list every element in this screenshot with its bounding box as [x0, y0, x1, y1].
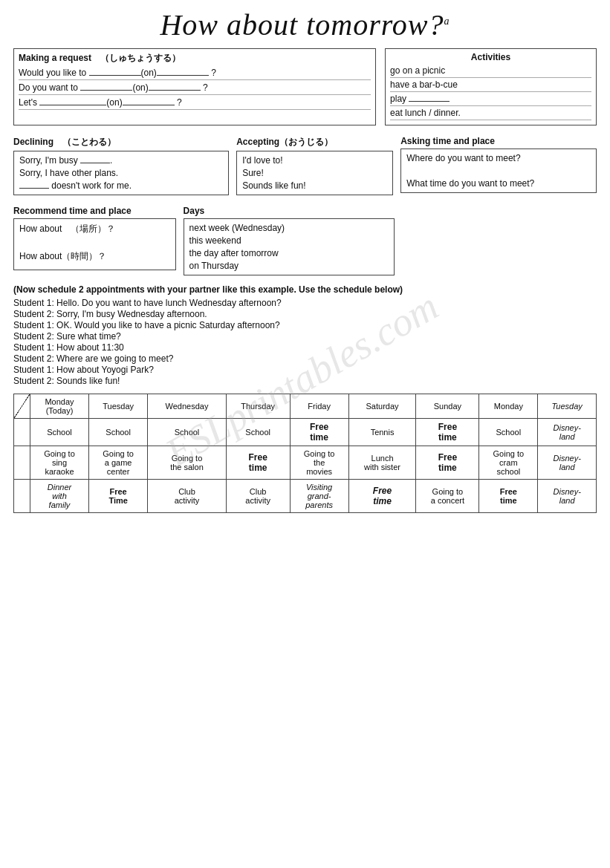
cell-r3-sunday: Going toa concert	[416, 480, 479, 513]
middle-section: Declining （ことわる） Sorry, I'm busy . Sorry…	[13, 136, 597, 195]
asking-group: Asking time and place Where do you want …	[400, 136, 597, 193]
cell-r1-tuesday2: Disney-land	[538, 419, 597, 446]
accepting-line-2: Sure!	[242, 168, 387, 178]
corner-cell	[14, 394, 30, 419]
col-tuesday-2: Tuesday	[538, 394, 597, 419]
recommend-line-3: How about（時間）？	[19, 250, 170, 263]
col-wednesday: Wednesday	[148, 394, 226, 419]
cell-r1-monday2: School	[479, 419, 538, 446]
days-line-3: the day after tomorrow	[189, 248, 389, 258]
asking-line-2	[406, 166, 591, 176]
dialogue-line-8: Student 2: Sounds like fun!	[13, 376, 597, 386]
request-row-2: Do you want to (on) ?	[19, 82, 371, 95]
dialogue-title: (Now schedule 2 appointments with your p…	[13, 284, 597, 295]
table-row: Going tosingkaraoke Going toa gamecenter…	[14, 446, 597, 480]
lower-mid-section: Recommend time and place How about （場所）？…	[13, 206, 597, 275]
recommend-group: Recommend time and place How about （場所）？…	[13, 206, 176, 270]
activities-label: Activities	[390, 52, 591, 62]
cell-r2-sunday: Freetime	[416, 446, 479, 480]
dialogue-line-3: Student 1: OK. Would you like to have a …	[13, 320, 597, 330]
cell-r3-monday: Dinnerwithfamily	[30, 480, 89, 513]
col-tuesday: Tuesday	[88, 394, 147, 419]
cell-r3-saturday: Freetime	[348, 480, 416, 513]
activity-3: play	[390, 94, 591, 106]
declining-line-2: Sorry, I have other plans.	[19, 168, 223, 178]
cell-r3-friday: Visitinggrand-parents	[290, 480, 348, 513]
cell-r1-monday: School	[30, 419, 89, 446]
request-box: Making a request （しゅちょうする） Would you lik…	[13, 48, 376, 125]
dialogue-line-6: Student 2: Where are we going to meet?	[13, 353, 597, 364]
asking-box: Where do you want to meet? What time do …	[400, 149, 597, 193]
accepting-line-1: I'd love to!	[242, 155, 387, 166]
table-row: Dinnerwithfamily FreeTime Clubactivity C…	[14, 480, 597, 513]
cell-r2-friday: Going tothemovies	[290, 446, 348, 480]
accepting-box: I'd love to! Sure! Sounds like fun!	[236, 151, 393, 195]
activity-1: go on a picnic	[390, 65, 591, 78]
row-indicator-2	[14, 446, 30, 480]
col-sunday: Sunday	[416, 394, 479, 419]
cell-r1-thursday: School	[226, 419, 290, 446]
col-monday-2: Monday	[479, 394, 538, 419]
table-header-row: Monday(Today) Tuesday Wednesday Thursday…	[14, 394, 597, 419]
asking-label: Asking time and place	[400, 136, 597, 146]
recommend-label: Recommend time and place	[13, 206, 176, 216]
cell-r3-monday2: Freetime	[479, 480, 538, 513]
days-line-2: this weekend	[189, 235, 389, 246]
cell-r3-thursday: Clubactivity	[226, 480, 290, 513]
cell-r3-tuesday: FreeTime	[88, 480, 147, 513]
days-line-1: next week (Wednesday)	[189, 223, 389, 233]
recommend-line-1: How about （場所）？	[19, 223, 170, 235]
accepting-group: Accepting（おうじる） I'd love to! Sure! Sound…	[236, 136, 393, 195]
cell-r2-tuesday: Going toa gamecenter	[88, 446, 147, 480]
request-label: Making a request （しゅちょうする）	[19, 52, 371, 65]
col-saturday: Saturday	[348, 394, 416, 419]
declining-line-1: Sorry, I'm busy .	[19, 155, 223, 166]
cell-r2-monday2: Going tocramschool	[479, 446, 538, 480]
days-box: next week (Wednesday) this weekend the d…	[184, 218, 395, 275]
top-section: Making a request （しゅちょうする） Would you lik…	[13, 48, 597, 125]
dialogue-line-7: Student 1: How about Yoyogi Park?	[13, 365, 597, 375]
cell-r1-sunday: Freetime	[416, 419, 479, 446]
days-line-4: on Thursday	[189, 261, 389, 271]
cell-r3-tuesday2: Disney-land	[538, 480, 597, 513]
asking-line-1: Where do you want to meet?	[406, 153, 591, 163]
dialogue-line-2: Student 2: Sorry, I'm busy Wednesday aft…	[13, 309, 597, 319]
activities-box: Activities go on a picnic have a bar-b-c…	[385, 48, 597, 125]
request-row-3: Let's (on) ?	[19, 97, 371, 110]
cell-r3-wednesday: Clubactivity	[148, 480, 226, 513]
dialogue-line-5: Student 1: How about 11:30	[13, 342, 597, 353]
row-indicator-3	[14, 480, 30, 513]
declining-line-3: doesn't work for me.	[19, 180, 223, 191]
days-group: Days next week (Wednesday) this weekend …	[184, 206, 395, 275]
table-row: School School School School Freetime Ten…	[14, 419, 597, 446]
cell-r1-saturday: Tennis	[348, 419, 416, 446]
accepting-line-3: Sounds like fun!	[242, 180, 387, 191]
dialogue-section: (Now schedule 2 appointments with your p…	[13, 284, 597, 386]
accepting-label: Accepting（おうじる）	[236, 136, 393, 149]
cell-r2-thursday: Freetime	[226, 446, 290, 480]
request-row-1: Would you like to (on) ?	[19, 68, 371, 80]
declining-box: Sorry, I'm busy . Sorry, I have other pl…	[13, 151, 229, 195]
activity-4: eat lunch / dinner.	[390, 108, 591, 120]
cell-r2-wednesday: Going tothe salon	[148, 446, 226, 480]
declining-label: Declining （ことわる）	[13, 136, 229, 149]
page-title: How about tomorrow?a	[13, 7, 597, 42]
cell-r2-tuesday2: Disney-land	[538, 446, 597, 480]
recommend-box: How about （場所）？ How about（時間）？	[13, 218, 176, 270]
cell-r2-saturday: Lunchwith sister	[348, 446, 416, 480]
asking-line-3: What time do you want to meet?	[406, 178, 591, 189]
recommend-line-2	[19, 238, 170, 248]
row-indicator-1	[14, 419, 30, 446]
dialogue-line-1: Student 1: Hello. Do you want to have lu…	[13, 298, 597, 308]
col-monday-today: Monday(Today)	[30, 394, 89, 419]
cell-r1-tuesday: School	[88, 419, 147, 446]
declining-group: Declining （ことわる） Sorry, I'm busy . Sorry…	[13, 136, 229, 195]
days-label: Days	[184, 206, 395, 216]
cell-r1-wednesday: School	[148, 419, 226, 446]
dialogue-line-4: Student 2: Sure what time?	[13, 331, 597, 342]
activity-2: have a bar-b-cue	[390, 79, 591, 92]
col-thursday: Thursday	[226, 394, 290, 419]
schedule-table: Monday(Today) Tuesday Wednesday Thursday…	[13, 394, 597, 513]
col-friday: Friday	[290, 394, 348, 419]
cell-r1-friday: Freetime	[290, 419, 348, 446]
